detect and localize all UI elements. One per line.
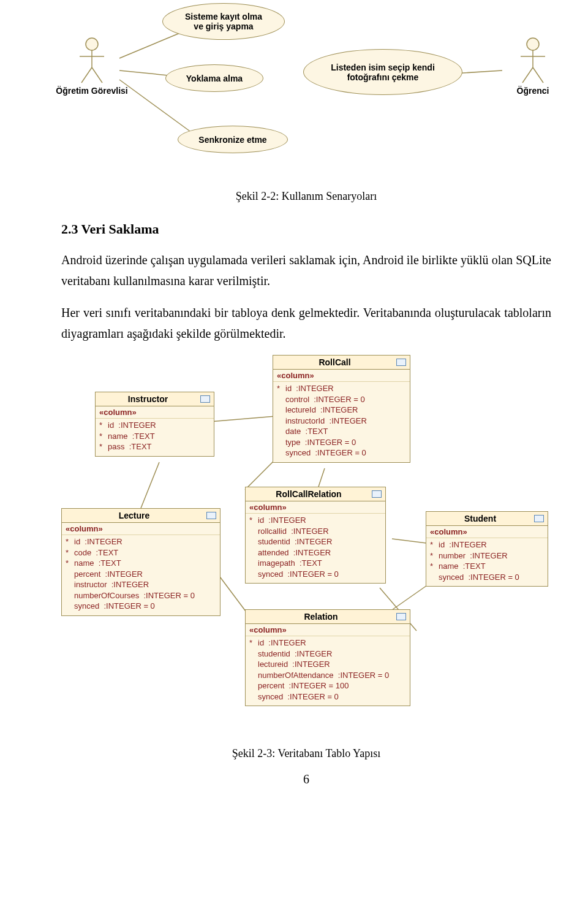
usecase-select-take-photo: Listeden isim seçip kendi fotoğrafını çe… [303, 49, 462, 95]
svg-line-8 [92, 67, 102, 83]
column-row: attended :INTEGER [249, 547, 382, 558]
table-lecture-cols: *id :INTEGER*code :TEXT*name :TEXTpercen… [62, 535, 220, 615]
table-student-title: Student [464, 514, 496, 523]
column-row: instructor :INTEGER [66, 579, 216, 590]
svg-line-13 [533, 67, 543, 83]
paragraph-1: Android üzerinde çalışan uygulamada veri… [61, 249, 551, 291]
stereotype-label: «column» [62, 523, 220, 535]
actor-student-label: Öğrenci [502, 86, 564, 96]
column-row: *id :INTEGER [430, 539, 544, 550]
usecase-connectors [61, 0, 551, 178]
column-row: *code :TEXT [66, 547, 216, 558]
column-row: percent :INTEGER = 100 [249, 680, 406, 691]
column-row: synced :INTEGER = 0 [430, 572, 544, 583]
stickman-icon [518, 37, 548, 86]
svg-line-16 [245, 459, 276, 490]
column-row: control :INTEGER = 0 [277, 394, 406, 405]
table-rollcallrelation: RollCallRelation «column» *id :INTEGERro… [245, 487, 386, 584]
table-header-icon [200, 395, 210, 403]
table-lecture: Lecture «column» *id :INTEGER*code :TEXT… [61, 508, 221, 616]
column-row: percent :INTEGER [66, 569, 216, 580]
column-row: synced :INTEGER = 0 [249, 569, 382, 580]
column-row: imagepath :TEXT [249, 558, 382, 569]
column-row: synced :INTEGER = 0 [66, 601, 216, 612]
table-rollcall-cols: *id :INTEGERcontrol :INTEGER = 0lectureI… [273, 382, 410, 462]
column-row: studentid :INTEGER [249, 649, 406, 660]
table-student: Student «column» *id :INTEGER*number :IN… [426, 511, 548, 587]
actor-instructor: Öğretim Görevlisi [49, 37, 135, 96]
column-row: *number :INTEGER [430, 550, 544, 561]
column-row: *id :INTEGER [249, 637, 406, 649]
column-row: *name :TEXT [99, 431, 210, 442]
figure-caption-1: Şekil 2-2: Kullanım Senaryoları [61, 190, 551, 203]
svg-line-17 [318, 468, 325, 487]
column-row: lectureid :INTEGER [249, 659, 406, 670]
paragraph-2: Her veri sınıfı veritabanındaki bir tabl… [61, 302, 551, 344]
table-instructor-title: Instructor [128, 394, 168, 404]
figure-caption-2: Şekil 2-3: Veritabanı Tablo Yapısı [61, 747, 551, 760]
column-row: studentid :INTEGER [249, 536, 382, 547]
stickman-icon [77, 37, 107, 86]
table-student-cols: *id :INTEGER*number :INTEGER*name :TEXTs… [426, 538, 548, 586]
stereotype-label: «column» [246, 501, 385, 514]
usecase-register-login: Sisteme kayıt olma ve giriş yapma [162, 3, 285, 40]
stereotype-label: «column» [426, 526, 548, 538]
column-row: rollcallid :INTEGER [249, 526, 382, 537]
column-row: synced :INTEGER = 0 [277, 447, 406, 459]
column-row: *name :TEXT [66, 558, 216, 569]
column-row: *id :INTEGER [277, 383, 406, 394]
column-row: *pass :TEXT [99, 441, 210, 452]
table-lecture-title: Lecture [119, 511, 150, 520]
column-row: numberOfAttendance :INTEGER = 0 [249, 670, 406, 681]
column-row: lectureId :INTEGER [277, 405, 406, 416]
column-row: *name :TEXT [430, 561, 544, 572]
stereotype-label: «column» [246, 624, 410, 636]
svg-line-15 [141, 462, 159, 508]
svg-point-9 [527, 38, 539, 50]
svg-line-7 [81, 67, 92, 83]
stereotype-label: «column» [96, 406, 214, 419]
column-row: date :TEXT [277, 426, 406, 437]
usecase-take-attendance: Yoklama alma [165, 64, 263, 92]
table-instructor-cols: *id :INTEGER*name :TEXT*pass :TEXT [96, 419, 214, 456]
svg-point-4 [86, 38, 98, 50]
table-rollcallrelation-title: RollCallRelation [276, 489, 341, 499]
table-header-icon [396, 359, 406, 366]
usecase-diagram: Öğretim Görevlisi Öğrenci Sisteme kayıt … [61, 0, 551, 178]
column-row: instructorId :INTEGER [277, 416, 406, 427]
section-title: 2.3 Veri Saklama [61, 221, 551, 237]
table-relation-title: Relation [304, 612, 337, 622]
table-header-icon [396, 613, 406, 620]
page-number: 6 [61, 772, 551, 786]
table-rollcallrelation-cols: *id :INTEGERrollcallid :INTEGERstudentid… [246, 514, 385, 583]
page: Öğretim Görevlisi Öğrenci Sisteme kayıt … [0, 0, 588, 811]
column-row: type :INTEGER = 0 [277, 437, 406, 448]
table-rollcall-title: RollCall [318, 357, 350, 367]
column-row: *id :INTEGER [249, 515, 382, 526]
column-row: *id :INTEGER [66, 536, 216, 547]
column-row: *id :INTEGER [99, 420, 210, 431]
usecase-sync: Senkronize etme [178, 126, 288, 153]
svg-line-12 [522, 67, 533, 83]
table-relation-cols: *id :INTEGERstudentid :INTEGERlectureid … [246, 636, 410, 706]
column-row: numberOfCourses :INTEGER = 0 [66, 590, 216, 601]
er-diagram: Instructor «column» *id :INTEGER*name :T… [61, 355, 551, 735]
stereotype-label: «column» [273, 370, 410, 382]
table-relation: Relation «column» *id :INTEGERstudentid … [245, 609, 410, 706]
table-instructor: Instructor «column» *id :INTEGER*name :T… [95, 392, 214, 457]
table-header-icon [206, 512, 216, 519]
actor-instructor-label: Öğretim Görevlisi [49, 86, 135, 96]
column-row: synced :INTEGER = 0 [249, 691, 406, 702]
table-header-icon [372, 490, 382, 498]
table-rollcall: RollCall «column» *id :INTEGERcontrol :I… [273, 355, 410, 463]
actor-student: Öğrenci [502, 37, 564, 96]
table-header-icon [534, 515, 544, 522]
